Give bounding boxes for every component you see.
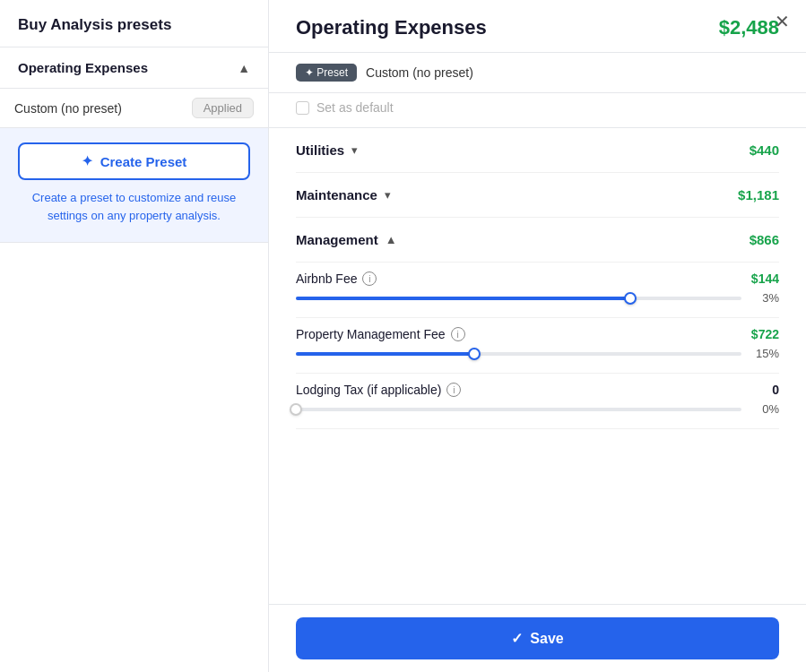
lodging-tax-percent: 0% <box>750 402 779 416</box>
preset-custom-label: Custom (no preset) <box>366 65 473 80</box>
lodging-tax-value: 0 <box>772 383 779 397</box>
footer: ✓ Save <box>269 604 806 672</box>
preset-row: Custom (no preset) Applied <box>0 89 268 128</box>
set-default-row: Set as default <box>269 93 806 128</box>
utilities-chevron[interactable]: ▾ <box>351 143 358 157</box>
applied-badge: Applied <box>192 98 254 118</box>
content-header: Operating Expenses $2,488 ✕ <box>269 0 806 53</box>
set-default-label: Set as default <box>316 100 394 115</box>
lodging-tax-info-icon[interactable]: i <box>446 383 461 397</box>
create-preset-button[interactable]: ✦ Create Preset <box>18 142 250 180</box>
management-value: $866 <box>750 232 779 247</box>
airbnb-fee-slider-fill <box>296 297 630 300</box>
airbnb-fee-slider-track <box>296 297 741 300</box>
create-preset-area: ✦ Create Preset Create a preset to custo… <box>0 128 268 243</box>
main-layout: Buy Analysis presets Operating Expenses … <box>0 0 806 672</box>
expense-list: Utilities ▾ $440 Maintenance ▾ $1,181 Ma… <box>269 128 806 604</box>
lodging-tax-label: Lodging Tax (if applicable) <box>296 383 441 397</box>
property-mgmt-fee-value: $722 <box>751 327 779 341</box>
maintenance-value: $1,181 <box>738 187 779 202</box>
sidebar-section-header: Operating Expenses ▲ <box>0 47 268 89</box>
property-mgmt-slider-thumb[interactable] <box>468 348 481 360</box>
airbnb-fee-info-icon[interactable]: i <box>362 271 377 286</box>
airbnb-fee-value: $144 <box>751 271 779 286</box>
sidebar-section-label: Operating Expenses <box>18 60 148 75</box>
property-mgmt-fee-info-icon[interactable]: i <box>451 327 465 341</box>
sub-expense-lodging-tax: Lodging Tax (if applicable) i 0 0% <box>296 374 779 429</box>
lodging-tax-slider-thumb[interactable] <box>290 403 302 416</box>
airbnb-fee-slider-thumb[interactable] <box>624 292 637 305</box>
sub-expense-property-management: Property Management Fee i $722 15% <box>296 318 779 374</box>
property-mgmt-slider-track <box>296 352 741 356</box>
sidebar: Buy Analysis presets Operating Expenses … <box>0 0 269 672</box>
sidebar-title: Buy Analysis presets <box>0 0 268 47</box>
management-chevron[interactable]: ▲ <box>386 233 397 246</box>
property-mgmt-percent: 15% <box>750 347 779 360</box>
maintenance-label: Maintenance <box>296 187 377 202</box>
property-mgmt-slider-fill <box>296 352 474 356</box>
create-preset-description: Create a preset to customize and reuse s… <box>18 189 250 224</box>
content-title: Operating Expenses <box>296 16 487 39</box>
sub-expense-airbnb: Airbnb Fee i $144 3% <box>296 263 779 318</box>
create-preset-icon: ✦ <box>82 153 93 169</box>
expense-row-management: Management ▲ $866 <box>296 218 779 263</box>
set-default-checkbox[interactable] <box>296 101 309 115</box>
create-preset-label: Create Preset <box>100 154 187 169</box>
property-mgmt-slider-row: 15% <box>296 347 779 360</box>
maintenance-chevron[interactable]: ▾ <box>385 188 391 202</box>
utilities-label: Utilities <box>296 142 344 158</box>
preset-name: Custom (no preset) <box>14 101 122 116</box>
content-total: $2,488 <box>719 16 779 39</box>
expense-row-utilities: Utilities ▾ $440 <box>296 128 779 173</box>
property-mgmt-fee-label: Property Management Fee <box>296 327 446 341</box>
close-button[interactable]: ✕ <box>775 13 790 30</box>
sidebar-section-chevron[interactable]: ▲ <box>238 61 250 75</box>
expense-row-maintenance: Maintenance ▾ $1,181 <box>296 173 779 218</box>
utilities-value: $440 <box>750 142 779 158</box>
save-icon: ✓ <box>511 630 523 647</box>
management-label: Management <box>296 232 378 247</box>
preset-tag: ✦ Preset <box>296 64 357 82</box>
preset-bar: ✦ Preset Custom (no preset) <box>269 53 806 93</box>
save-label: Save <box>530 631 563 647</box>
airbnb-fee-slider-row: 3% <box>296 291 779 305</box>
content-panel: Operating Expenses $2,488 ✕ ✦ Preset Cus… <box>269 0 806 672</box>
lodging-tax-slider-row: 0% <box>296 402 779 416</box>
save-button[interactable]: ✓ Save <box>296 617 779 659</box>
lodging-tax-slider-track <box>296 408 741 411</box>
airbnb-fee-label: Airbnb Fee <box>296 271 357 286</box>
airbnb-fee-percent: 3% <box>750 291 779 305</box>
